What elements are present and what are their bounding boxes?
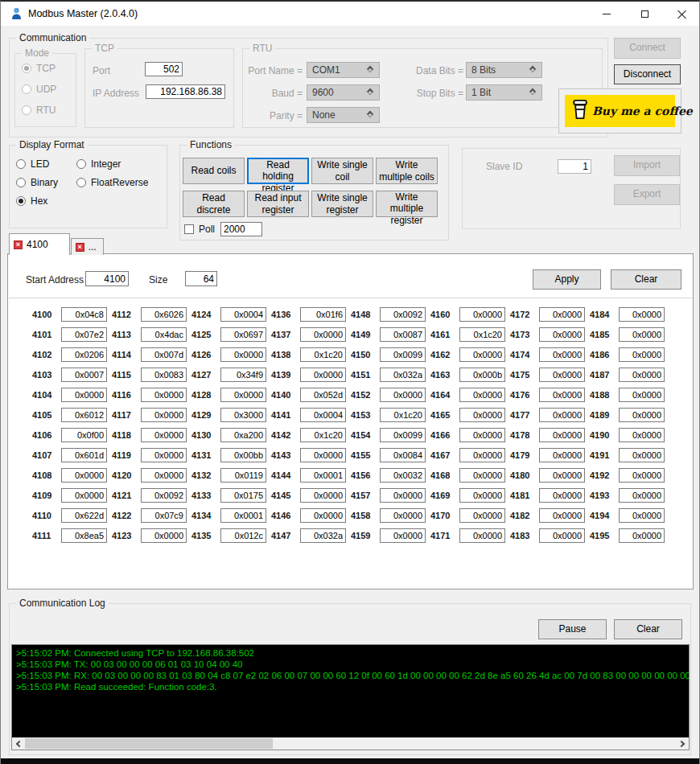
register-value-input[interactable] [380,528,426,543]
register-value-input[interactable] [220,488,266,503]
register-value-input[interactable] [539,327,585,342]
register-value-input[interactable] [459,508,505,523]
register-value-input[interactable] [380,307,426,322]
register-value-input[interactable] [380,468,426,483]
scroll-left-button[interactable] [12,737,25,750]
clear-button[interactable]: Clear [611,269,681,290]
register-value-input[interactable] [459,448,505,462]
scroll-thumb[interactable] [25,738,273,749]
register-value-input[interactable] [619,368,665,382]
register-value-input[interactable] [459,408,505,422]
register-value-input[interactable] [220,327,266,342]
register-value-input[interactable] [619,488,665,503]
register-value-input[interactable] [300,347,346,362]
size-input[interactable] [185,271,217,286]
scroll-right-button[interactable] [676,737,689,750]
slave-id-input[interactable] [558,159,591,174]
register-value-input[interactable] [380,388,426,402]
register-value-input[interactable] [539,508,585,523]
register-value-input[interactable] [380,347,426,362]
register-value-input[interactable] [61,488,107,503]
register-value-input[interactable] [220,347,266,362]
register-value-input[interactable] [619,528,665,543]
register-value-input[interactable] [459,388,505,402]
clear-log-button[interactable]: Clear [614,619,682,639]
close-button[interactable] [663,2,700,26]
register-value-input[interactable] [220,448,266,462]
function-button[interactable]: Read holding register [247,158,309,184]
register-value-input[interactable] [380,327,426,342]
register-value-input[interactable] [300,448,346,462]
register-value-input[interactable] [380,428,426,442]
register-value-input[interactable] [141,448,187,462]
register-value-input[interactable] [539,388,585,402]
radio-hex[interactable] [16,196,26,206]
register-value-input[interactable] [459,307,505,322]
poll-checkbox[interactable] [184,224,194,234]
register-value-input[interactable] [619,468,665,483]
register-value-input[interactable] [300,428,346,442]
apply-button[interactable]: Apply [533,269,601,290]
register-value-input[interactable] [300,488,346,503]
register-value-input[interactable] [380,408,426,422]
register-value-input[interactable] [380,508,426,523]
register-value-input[interactable] [141,388,187,402]
log-hscrollbar[interactable] [12,737,689,750]
register-value-input[interactable] [539,408,585,422]
tab-close-icon[interactable]: × [76,243,84,252]
tab-close-icon[interactable]: × [14,240,23,249]
register-value-input[interactable] [619,508,665,523]
register-value-input[interactable] [619,408,665,422]
register-value-input[interactable] [459,428,505,442]
register-value-input[interactable] [61,448,107,462]
disconnect-button[interactable]: Disconnect [614,64,681,84]
start-address-input[interactable] [85,271,129,286]
register-value-input[interactable] [380,488,426,503]
register-value-input[interactable] [141,508,187,523]
function-button[interactable]: Read input register [247,191,309,217]
register-value-input[interactable] [61,528,107,543]
minimize-button[interactable] [588,2,625,26]
radio-floatreverse[interactable] [76,178,86,187]
register-value-input[interactable] [220,388,266,402]
register-value-input[interactable] [300,307,346,322]
register-value-input[interactable] [459,347,505,362]
register-value-input[interactable] [300,528,346,543]
register-value-input[interactable] [61,388,107,402]
ip-address-input[interactable] [146,84,225,99]
register-value-input[interactable] [300,327,346,342]
register-value-input[interactable] [220,508,266,523]
register-value-input[interactable] [459,528,505,543]
register-value-input[interactable] [300,468,346,483]
register-value-input[interactable] [300,388,346,402]
register-value-input[interactable] [459,468,505,483]
function-button[interactable]: Read discrete [183,191,245,217]
register-value-input[interactable] [619,327,665,342]
radio-binary[interactable] [16,178,26,187]
register-value-input[interactable] [539,488,585,503]
register-value-input[interactable] [141,307,187,322]
register-value-input[interactable] [61,347,107,362]
register-value-input[interactable] [459,488,505,503]
function-button[interactable]: Write single register [311,191,373,217]
pause-button[interactable]: Pause [538,619,607,639]
register-value-input[interactable] [61,368,107,382]
register-value-input[interactable] [141,528,187,543]
register-value-input[interactable] [380,368,426,382]
register-value-input[interactable] [619,428,665,442]
function-button[interactable]: Write multiple register [376,191,438,217]
register-value-input[interactable] [61,307,107,322]
register-value-input[interactable] [539,368,585,382]
radio-integer[interactable] [76,159,86,169]
register-value-input[interactable] [539,307,585,322]
radio-led[interactable] [16,159,26,169]
register-value-input[interactable] [459,368,505,382]
register-value-input[interactable] [61,508,107,523]
register-value-input[interactable] [619,307,665,322]
register-value-input[interactable] [61,327,107,342]
register-value-input[interactable] [220,408,266,422]
register-value-input[interactable] [220,468,266,483]
register-value-input[interactable] [141,428,187,442]
register-value-input[interactable] [539,468,585,483]
buy-me-a-coffee-button[interactable]: Buy me a coffee [558,88,681,133]
